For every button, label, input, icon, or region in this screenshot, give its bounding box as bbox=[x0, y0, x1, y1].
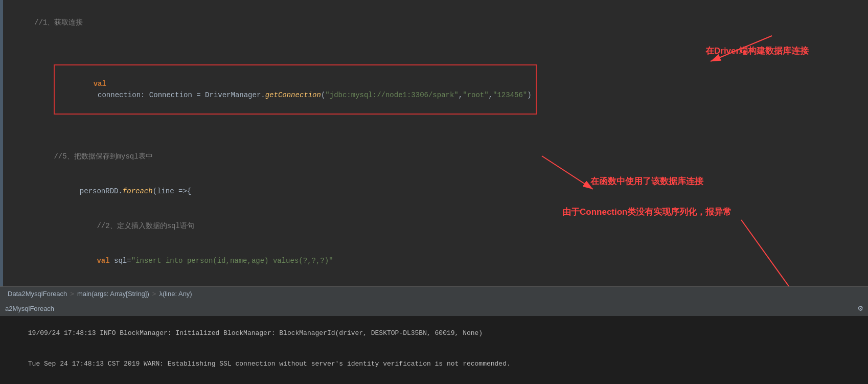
breadcrumb-sep-1: > bbox=[70, 290, 74, 298]
log-line-3: Exception in thread "main" org.apache.sp… bbox=[4, 379, 864, 384]
log-line-1: 19/09/24 17:48:13 INFO BlockManager: Ini… bbox=[4, 318, 864, 349]
bottom-panel-header: a2MysqlForeach ⚙ bbox=[0, 301, 868, 316]
code-line-comment5: //5、把数据保存到mysql表中 bbox=[0, 139, 868, 174]
bottom-panel-title: a2MysqlForeach bbox=[5, 305, 54, 312]
code-line-connection: val connection: Connection = DriverManag… bbox=[0, 52, 868, 127]
breadcrumb-bar: Data2MysqlForeach > main(args: Array[Str… bbox=[0, 286, 868, 301]
code-line-blank1 bbox=[0, 40, 868, 52]
gear-icon[interactable]: ⚙ bbox=[858, 303, 863, 313]
breadcrumb-item-2: main(args: Array[String]) bbox=[77, 290, 149, 298]
log-line-2: Tue Sep 24 17:48:13 CST 2019 WARN: Estab… bbox=[4, 349, 864, 379]
code-line-comment3: //3、获取PreParedStatement bbox=[0, 278, 868, 286]
code-line-comment2: //2、定义插入数据的sql语句 bbox=[0, 209, 868, 243]
code-line-blank2 bbox=[0, 127, 868, 139]
keyword-val: val bbox=[94, 80, 106, 88]
code-line-foreach: personRDD.foreach(line =>{ bbox=[0, 174, 868, 209]
breadcrumb-sep-2: > bbox=[152, 290, 156, 298]
code-line-1: //1、获取连接 bbox=[0, 5, 868, 40]
breadcrumb-item-1: Data2MysqlForeach bbox=[8, 290, 67, 298]
breadcrumb-item-3: λ(line: Any) bbox=[159, 290, 192, 298]
code-editor: //1、获取连接 val connection: Connection = Dr… bbox=[0, 0, 868, 286]
bottom-panel: a2MysqlForeach ⚙ 19/09/24 17:48:13 INFO … bbox=[0, 301, 868, 384]
code-line-sql: val sql="insert into person(id,name,age)… bbox=[0, 243, 868, 278]
bottom-panel-content: 19/09/24 17:48:13 INFO BlockManager: Ini… bbox=[0, 316, 868, 384]
